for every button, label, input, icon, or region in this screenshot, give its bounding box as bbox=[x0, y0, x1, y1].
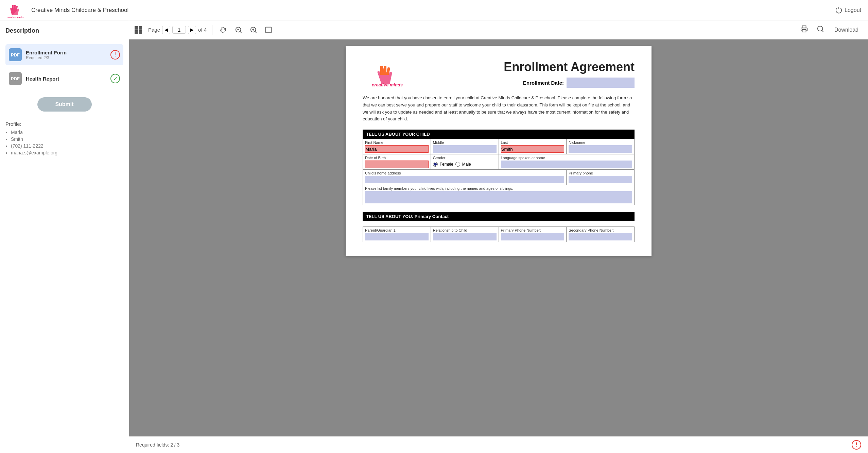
last-cell: Last bbox=[499, 139, 567, 154]
logout-button[interactable]: Logout bbox=[835, 6, 861, 14]
first-name-input[interactable] bbox=[365, 145, 429, 153]
last-label: Last bbox=[501, 140, 565, 145]
primary-phone-input[interactable] bbox=[569, 176, 632, 183]
address-cell: Child's home address bbox=[363, 170, 567, 185]
bottom-warning-icon: ! bbox=[852, 440, 861, 450]
print-icon bbox=[800, 25, 808, 33]
zoom-out-icon bbox=[235, 26, 242, 34]
search-button[interactable] bbox=[814, 24, 827, 36]
fit-page-button[interactable] bbox=[263, 25, 274, 35]
app-title: Creative Minds Childcare & Preschool bbox=[31, 7, 128, 14]
pdf-area: Page ◀ ▶ of 4 bbox=[129, 20, 868, 453]
middle-input[interactable] bbox=[433, 145, 497, 153]
hand-icon bbox=[220, 26, 227, 34]
primary-contact-table: Parent/Guardian 1 Relationship to Child … bbox=[363, 227, 635, 242]
next-page-button[interactable]: ▶ bbox=[188, 26, 196, 34]
nickname-input[interactable] bbox=[569, 145, 632, 153]
last-name-input[interactable] bbox=[501, 145, 565, 153]
family-label: Please list family members your child li… bbox=[365, 186, 632, 190]
enrollment-icon: PDF bbox=[9, 48, 22, 61]
family-cell: Please list family members your child li… bbox=[363, 185, 635, 205]
pdf-scroll[interactable]: creative minds Childcare & Preschool Enr… bbox=[129, 39, 868, 436]
sec2-primary-phone-label: Primary Phone Number: bbox=[501, 228, 565, 232]
first-name-label: First Name bbox=[365, 140, 429, 145]
app-logo: creative minds bbox=[7, 2, 27, 19]
pan-tool-button[interactable] bbox=[218, 25, 229, 35]
address-input[interactable] bbox=[365, 176, 564, 183]
secondary-phone-label: Secondary Phone Number: bbox=[569, 228, 632, 232]
of-label: of 4 bbox=[198, 27, 207, 33]
zoom-out-button[interactable] bbox=[233, 25, 244, 35]
relationship-label: Relationship to Child bbox=[433, 228, 497, 232]
relationship-input[interactable] bbox=[433, 233, 497, 240]
address-label: Child's home address bbox=[365, 171, 564, 175]
guardian-input[interactable] bbox=[365, 233, 429, 240]
guardian-cell: Parent/Guardian 1 bbox=[363, 227, 431, 242]
page-number-input[interactable] bbox=[172, 26, 186, 34]
prev-page-button[interactable]: ◀ bbox=[162, 26, 170, 34]
gender-label: Gender bbox=[433, 156, 497, 160]
enrollment-name: Enrollment Form bbox=[26, 50, 106, 55]
dob-input[interactable] bbox=[365, 161, 429, 168]
first-name-cell: First Name bbox=[363, 139, 431, 154]
submit-button[interactable]: Submit bbox=[37, 97, 92, 112]
page-label: Page bbox=[148, 27, 160, 33]
svg-marker-15 bbox=[380, 66, 390, 75]
sec2-primary-phone-cell: Primary Phone Number: bbox=[499, 227, 567, 242]
pdf-title-section: Enrollment Agreement Enrollment Date: bbox=[424, 60, 635, 88]
secondary-phone-input[interactable] bbox=[569, 233, 632, 240]
dob-label: Date of Birth bbox=[365, 156, 429, 160]
gender-female-radio[interactable] bbox=[433, 162, 438, 167]
health-name: Health Report bbox=[26, 76, 106, 82]
enrollment-agreement-title: Enrollment Agreement bbox=[504, 60, 635, 74]
fit-page-icon bbox=[265, 26, 272, 34]
primary-phone-cell: Primary phone bbox=[567, 170, 635, 185]
sidebar-item-enrollment[interactable]: PDF Enrollment Form Required 2/3 ! bbox=[5, 44, 123, 65]
section2-header: TELL US ABOUT YOU: Primary Contact bbox=[363, 212, 635, 221]
middle-label: Middle bbox=[433, 140, 497, 145]
profile-section: Profile: Maria Smith (702) 111-2222 mari… bbox=[5, 120, 123, 158]
pdf-logo-svg: creative minds Childcare & Preschool bbox=[371, 60, 415, 87]
relationship-cell: Relationship to Child bbox=[431, 227, 499, 242]
profile-email: maria.s@example.org bbox=[11, 150, 123, 155]
zoom-in-icon bbox=[250, 26, 257, 34]
family-input[interactable] bbox=[365, 191, 632, 203]
language-label: Language spoken at home bbox=[501, 156, 632, 160]
download-button[interactable]: Download bbox=[830, 26, 863, 34]
section1-header: TELL US ABOUT YOUR CHILD bbox=[363, 130, 635, 139]
nickname-label: Nickname bbox=[569, 140, 632, 145]
page-nav: Page ◀ ▶ of 4 bbox=[148, 26, 207, 34]
svg-text:creative minds: creative minds bbox=[7, 16, 23, 18]
middle-cell: Middle bbox=[431, 139, 499, 154]
power-icon bbox=[835, 6, 843, 14]
gender-options: Female Male bbox=[433, 161, 497, 168]
guardian-label: Parent/Guardian 1 bbox=[365, 228, 429, 232]
grid-view-icon[interactable] bbox=[135, 26, 142, 34]
top-header: creative minds Creative Minds Childcare … bbox=[0, 0, 868, 20]
sec2-primary-phone-input[interactable] bbox=[501, 233, 565, 240]
secondary-phone-cell: Secondary Phone Number: bbox=[567, 227, 635, 242]
primary-phone-label: Primary phone bbox=[569, 171, 632, 175]
toolbar-separator bbox=[212, 25, 212, 35]
gender-male-radio[interactable] bbox=[455, 162, 460, 167]
health-icon: PDF bbox=[9, 72, 22, 85]
health-status-icon: ✓ bbox=[110, 74, 120, 83]
profile-label: Profile: bbox=[5, 121, 123, 127]
enrollment-info: Enrollment Form Required 2/3 bbox=[26, 50, 106, 60]
profile-phone: (702) 111-2222 bbox=[11, 143, 123, 149]
pdf-doc-header: creative minds Childcare & Preschool Enr… bbox=[363, 60, 635, 88]
zoom-in-button[interactable] bbox=[248, 25, 259, 35]
nickname-cell: Nickname bbox=[567, 139, 635, 154]
language-input[interactable] bbox=[501, 161, 632, 168]
enrollment-date-field[interactable] bbox=[567, 78, 635, 88]
svg-line-5 bbox=[240, 31, 241, 33]
sidebar: Description PDF Enrollment Form Required… bbox=[0, 20, 129, 453]
print-button[interactable] bbox=[798, 24, 811, 36]
sidebar-item-health[interactable]: PDF Health Report ✓ bbox=[5, 68, 123, 89]
gender-male-label: Male bbox=[462, 162, 471, 167]
svg-point-12 bbox=[818, 26, 823, 31]
svg-text:creative minds: creative minds bbox=[372, 82, 403, 87]
svg-rect-11 bbox=[802, 30, 806, 32]
gender-cell: Gender Female Male bbox=[431, 154, 499, 170]
child-info-table: First Name Middle Last Nickname bbox=[363, 139, 635, 205]
